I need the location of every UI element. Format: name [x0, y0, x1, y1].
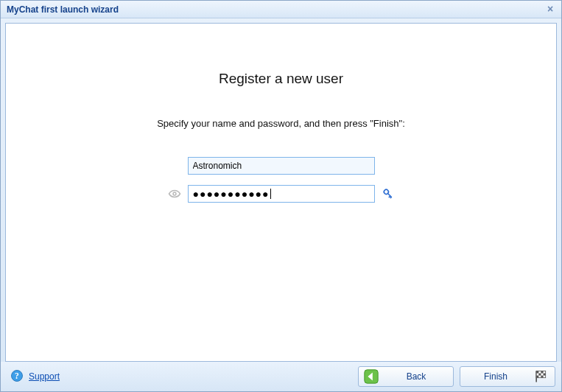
- back-arrow-icon: [363, 368, 379, 385]
- username-row: [167, 157, 396, 175]
- svg-point-0: [173, 192, 176, 195]
- svg-rect-13: [544, 374, 546, 376]
- key-icon[interactable]: [381, 186, 396, 201]
- username-icon-slot: [167, 158, 182, 173]
- finish-button[interactable]: Finish: [460, 366, 555, 387]
- svg-rect-11: [541, 371, 543, 374]
- finish-flag-icon: [533, 368, 549, 385]
- svg-rect-10: [536, 371, 538, 374]
- close-icon[interactable]: ×: [544, 4, 557, 15]
- page-instruction: Specify your name and password, and then…: [157, 118, 405, 129]
- titlebar: MyChat first launch wizard ×: [1, 1, 561, 18]
- svg-line-3: [388, 196, 390, 197]
- password-mask-text: ●●●●●●●●●●●: [193, 188, 270, 200]
- register-form: ●●●●●●●●●●●: [167, 157, 396, 203]
- password-input[interactable]: ●●●●●●●●●●●: [188, 185, 375, 203]
- support-link[interactable]: Support: [29, 371, 60, 382]
- help-icon: ?: [10, 368, 24, 385]
- username-right-slot: [381, 158, 396, 173]
- eye-icon[interactable]: [167, 186, 182, 201]
- window-title: MyChat first launch wizard: [7, 4, 544, 15]
- content-panel: Register a new user Specify your name an…: [5, 23, 557, 362]
- wizard-window: MyChat first launch wizard × Register a …: [0, 0, 562, 392]
- text-caret: [270, 189, 271, 199]
- svg-rect-12: [538, 374, 541, 376]
- back-button[interactable]: Back: [358, 366, 454, 387]
- svg-rect-15: [541, 376, 543, 378]
- footer: ? Support Back Finish: [1, 362, 561, 391]
- back-button-label: Back: [385, 371, 447, 382]
- svg-rect-14: [536, 376, 538, 378]
- svg-text:?: ?: [15, 371, 19, 381]
- page-heading: Register a new user: [219, 71, 343, 87]
- finish-button-label: Finish: [465, 371, 527, 382]
- support-link-group: ? Support: [10, 368, 60, 385]
- svg-line-4: [390, 197, 391, 198]
- password-row: ●●●●●●●●●●●: [167, 185, 396, 203]
- username-input[interactable]: [188, 157, 375, 175]
